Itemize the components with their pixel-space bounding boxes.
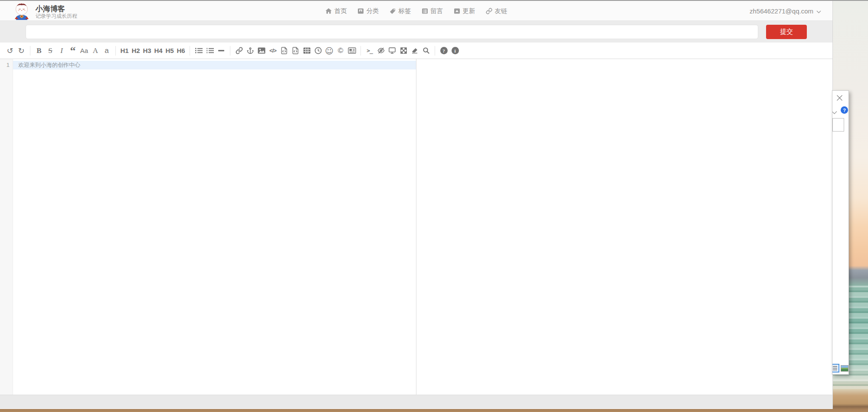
- preview-pane: [416, 59, 832, 395]
- info-button[interactable]: i: [449, 44, 461, 57]
- toolbar-separator: [435, 46, 435, 56]
- code-block-button[interactable]: [290, 44, 301, 57]
- h4-button[interactable]: H4: [153, 44, 164, 57]
- code-pane: 1 欢迎来到小海的创作中心: [0, 59, 416, 395]
- strikethrough-button[interactable]: S: [45, 44, 56, 57]
- quote-button[interactable]: “: [67, 48, 79, 54]
- help-button[interactable]: ?: [438, 44, 449, 57]
- hr-button[interactable]: [216, 44, 227, 57]
- newspaper-icon: [348, 47, 356, 54]
- site-logo-link[interactable]: 小海博客 记录学习成长历程: [13, 2, 77, 22]
- code-input-area[interactable]: 欢迎来到小海的创作中心: [13, 59, 416, 395]
- image-mode-button[interactable]: [841, 365, 848, 372]
- help-badge[interactable]: ?: [841, 106, 848, 114]
- caret-square-up-icon: [454, 8, 460, 14]
- hr-icon: [218, 50, 224, 52]
- chevron-down-icon: [816, 7, 821, 15]
- eye-off-icon: [377, 47, 385, 54]
- user-menu[interactable]: zh56462271@qq.com: [750, 1, 821, 21]
- file-code-icon: [281, 47, 287, 54]
- nav-item-tags[interactable]: 标签: [390, 7, 411, 15]
- reference-link-button[interactable]: [245, 44, 256, 57]
- submit-button[interactable]: 提交: [766, 25, 807, 39]
- watch-button[interactable]: [375, 44, 387, 57]
- redo-button[interactable]: ↻: [16, 44, 27, 57]
- preformatted-text-button[interactable]: [278, 44, 290, 57]
- nav-item-categories[interactable]: 分类: [357, 7, 379, 15]
- file-code-icon: [292, 47, 298, 54]
- undo-button[interactable]: ↺: [4, 44, 16, 57]
- toolbar-separator: [190, 46, 190, 56]
- inline-code-button[interactable]: </>: [267, 44, 278, 57]
- avatar: [13, 2, 30, 22]
- tag-icon: [390, 8, 396, 14]
- goto-line-button[interactable]: >_: [364, 44, 375, 57]
- brand-text: 小海博客 记录学习成长历程: [36, 4, 77, 20]
- insert-link-button[interactable]: [233, 44, 245, 57]
- lowercase-button[interactable]: a: [101, 44, 112, 57]
- anchor-icon: [247, 47, 254, 54]
- table-button[interactable]: [301, 44, 312, 57]
- nav-label: 友链: [495, 7, 508, 15]
- flag-icon: [357, 8, 364, 14]
- markdown-editor: 1 欢迎来到小海的创作中心: [0, 59, 832, 395]
- uppercase-button[interactable]: A: [90, 44, 101, 57]
- h3-button[interactable]: H3: [141, 44, 153, 57]
- user-email: zh56462271@qq.com: [750, 7, 813, 15]
- page-container: 小海博客 记录学习成长历程 首页 分类 标签 留言: [0, 0, 833, 409]
- expand-arrows-icon: [400, 47, 407, 54]
- clock-icon: [314, 47, 322, 54]
- search-button[interactable]: [420, 44, 432, 57]
- site-header: 小海博客 记录学习成长历程 首页 分类 标签 留言: [0, 0, 832, 21]
- editor-placeholder-line: 欢迎来到小海的创作中心: [13, 61, 416, 69]
- toolbar-separator: [115, 46, 116, 56]
- article-title-input[interactable]: [26, 25, 758, 39]
- window-top-border: [0, 0, 868, 1]
- emoji-button[interactable]: ☺: [324, 44, 335, 57]
- nav-item-links[interactable]: 友链: [486, 7, 508, 15]
- h2-button[interactable]: H2: [130, 44, 141, 57]
- panel-search-input[interactable]: [832, 118, 844, 132]
- editor-toolbar: ↺ ↻ B S I “ Aa A a H1 H2 H3 H4 H5 H6 </>…: [0, 43, 832, 59]
- toolbar-separator: [360, 46, 361, 56]
- help-icon: ?: [440, 47, 448, 54]
- nav-item-updates[interactable]: 更新: [454, 7, 475, 15]
- ucwords-button[interactable]: Aa: [79, 44, 90, 57]
- extension-popup-panel: ?: [832, 90, 849, 375]
- eraser-icon: [411, 47, 419, 54]
- close-icon[interactable]: [836, 95, 843, 101]
- nav-label: 更新: [463, 7, 475, 15]
- list-ol-icon: [206, 47, 214, 54]
- italic-button[interactable]: I: [56, 44, 67, 57]
- html-entities-button[interactable]: ©: [335, 44, 346, 57]
- link-icon: [486, 8, 492, 14]
- pagebreak-button[interactable]: [346, 44, 357, 57]
- h5-button[interactable]: H5: [164, 44, 175, 57]
- insert-image-button[interactable]: [256, 44, 267, 57]
- nav-label: 标签: [399, 7, 411, 15]
- link-icon: [236, 47, 243, 54]
- blog-subtitle: 记录学习成长历程: [36, 13, 77, 20]
- datetime-button[interactable]: [312, 44, 324, 57]
- fullscreen-button[interactable]: [398, 44, 409, 57]
- nav-item-comments[interactable]: 留言: [422, 7, 443, 15]
- line-number: 1: [0, 61, 13, 69]
- page-footer-band: [0, 395, 832, 409]
- list-ul-button[interactable]: [193, 44, 204, 57]
- text-mode-button[interactable]: [832, 364, 839, 372]
- bold-button[interactable]: B: [33, 44, 45, 57]
- h6-button[interactable]: H6: [175, 44, 187, 57]
- nav-item-home[interactable]: 首页: [325, 7, 347, 15]
- chevron-down-icon[interactable]: [832, 109, 837, 116]
- clear-button[interactable]: [409, 44, 420, 57]
- list-alt-icon: [422, 8, 428, 14]
- search-icon: [423, 47, 430, 54]
- image-icon: [258, 47, 265, 54]
- preview-button[interactable]: [387, 44, 398, 57]
- nav-label: 分类: [367, 7, 379, 15]
- line-number-gutter: 1: [0, 59, 13, 395]
- h1-button[interactable]: H1: [119, 44, 130, 57]
- list-ul-icon: [195, 47, 203, 54]
- list-ol-button[interactable]: [204, 44, 216, 57]
- home-icon: [325, 8, 332, 14]
